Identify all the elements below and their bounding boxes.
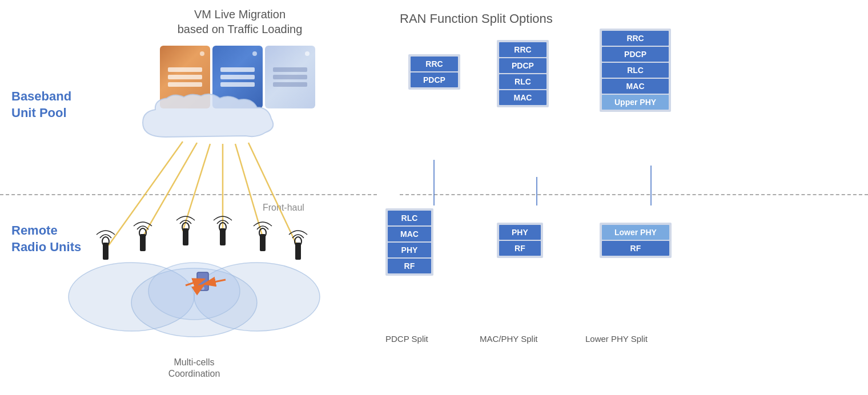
proto-rlc-b1: RLC <box>388 211 431 225</box>
col1-top-stack: RRC PDCP <box>408 54 460 90</box>
vm-title-line2: based on Traffic Loading <box>178 23 303 35</box>
server-dot-1 <box>200 51 204 56</box>
proto-rlc-2: RLC <box>499 74 546 89</box>
proto-upper-phy: Upper PHY <box>602 95 669 110</box>
col1-top-proto-stack: RRC PDCP <box>408 54 460 90</box>
server-line <box>273 67 307 72</box>
svg-text:Coordination: Coordination <box>168 369 220 378</box>
svg-line-1 <box>143 143 197 237</box>
col3-top-proto-stack: RRC PDCP RLC MAC Upper PHY <box>600 29 671 112</box>
remote-label: Remote Radio Units <box>11 223 81 255</box>
proto-pdcp-3: PDCP <box>602 47 669 62</box>
svg-rect-22 <box>197 272 208 291</box>
server-lines-3 <box>273 67 307 87</box>
col1-bottom-proto-stack: RLC MAC PHY RF <box>385 208 433 276</box>
vm-migration-title: VM Live Migration based on Traffic Loadi… <box>154 7 326 37</box>
right-divider <box>400 194 868 195</box>
svg-point-23 <box>201 287 204 290</box>
proto-mac-3: MAC <box>602 79 669 94</box>
proto-lower-phy: Lower PHY <box>602 225 669 240</box>
svg-point-11 <box>102 237 109 246</box>
svg-point-8 <box>194 263 320 331</box>
main-container: VM Live Migration based on Traffic Loadi… <box>0 0 868 395</box>
col2-bottom-proto-stack: PHY RF <box>497 223 543 258</box>
server-lines-1 <box>168 67 202 87</box>
left-panel: VM Live Migration based on Traffic Loadi… <box>0 0 377 395</box>
svg-line-2 <box>183 144 210 231</box>
svg-point-19 <box>259 228 266 237</box>
server-line <box>273 75 307 79</box>
svg-point-21 <box>295 237 302 246</box>
svg-rect-20 <box>295 243 301 260</box>
col2-top-stack: RRC PDCP RLC MAC <box>497 40 549 107</box>
ran-title: RAN Function Split Options <box>400 11 868 26</box>
svg-rect-16 <box>220 228 226 245</box>
proto-pdcp-1: PDCP <box>411 72 458 87</box>
server-line <box>220 67 255 72</box>
col3-bottom-proto-stack: Lower PHY RF <box>600 223 672 258</box>
col3-label: Lower PHY Split <box>585 334 648 344</box>
svg-point-13 <box>139 228 146 237</box>
svg-rect-18 <box>260 234 266 251</box>
server-dot-3 <box>305 51 310 56</box>
left-divider <box>0 194 377 195</box>
server-line <box>168 75 202 79</box>
server-line <box>220 75 255 79</box>
proto-rf-b1: RF <box>388 259 431 273</box>
svg-rect-12 <box>140 234 146 251</box>
svg-line-0 <box>108 142 183 245</box>
col2-bottom-stack: PHY RF <box>497 223 543 258</box>
proto-rf-b3: RF <box>602 241 669 256</box>
server-line <box>168 82 202 87</box>
svg-point-17 <box>219 223 226 232</box>
svg-point-6 <box>69 263 194 331</box>
svg-point-9 <box>148 263 240 320</box>
baseband-label: Baseband Unit Pool <box>11 88 71 121</box>
proto-rrc-2: RRC <box>499 42 546 57</box>
proto-rrc-3: RRC <box>602 31 669 46</box>
col3-top-stack: RRC PDCP RLC MAC Upper PHY <box>600 29 671 112</box>
col3-bottom-stack: Lower PHY RF <box>600 223 672 258</box>
proto-pdcp-2: PDCP <box>499 58 546 73</box>
svg-line-4 <box>235 144 263 237</box>
server-lines-2 <box>220 67 255 87</box>
proto-mac-2: MAC <box>499 90 546 105</box>
col2-label: MAC/PHY Split <box>480 334 537 344</box>
col1-label: PDCP Split <box>385 334 428 344</box>
proto-mac-b1: MAC <box>388 227 431 241</box>
proto-phy-b1: PHY <box>388 243 431 257</box>
col2-top-proto-stack: RRC PDCP RLC MAC <box>497 40 549 107</box>
server-line <box>220 82 255 87</box>
svg-rect-14 <box>183 228 188 245</box>
vm-title-line1: VM Live Migration <box>194 8 286 21</box>
svg-text:Multi-cells: Multi-cells <box>174 357 214 367</box>
svg-point-7 <box>131 268 257 337</box>
proto-rlc-3: RLC <box>602 63 669 78</box>
fronthaul-label: Front-haul <box>263 203 304 213</box>
svg-rect-10 <box>103 243 108 260</box>
proto-phy-b2: PHY <box>499 225 541 240</box>
server-dot-2 <box>252 51 257 56</box>
proto-rf-b2: RF <box>499 241 541 256</box>
svg-point-15 <box>182 223 189 232</box>
col1-bottom-stack: RLC MAC PHY RF <box>385 208 433 276</box>
proto-rrc-1: RRC <box>411 57 458 71</box>
cloud-shape <box>131 91 297 143</box>
server-line <box>168 67 202 72</box>
right-panel: RAN Function Split Options RRC PDCP RRC … <box>377 0 868 395</box>
server-line <box>273 82 307 87</box>
